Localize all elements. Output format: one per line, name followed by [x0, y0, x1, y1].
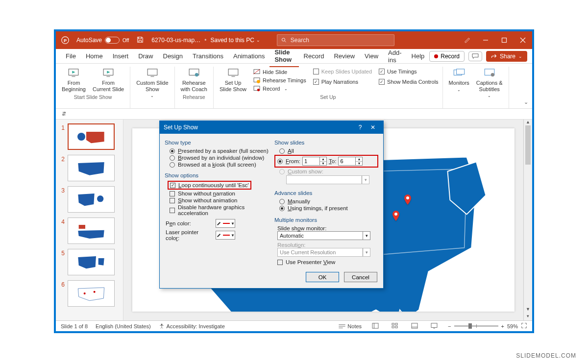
rehearse-timings-button[interactable]: Rehearse Timings	[253, 77, 306, 84]
accessibility-indicator[interactable]: Accessibility: Investigate	[159, 323, 225, 329]
rehearse-coach-button[interactable]: Rehearse with Coach	[179, 67, 209, 93]
scroll-thumb[interactable]	[525, 125, 531, 165]
show-media-controls-checkbox[interactable]: Show Media Controls	[379, 79, 439, 85]
search-input[interactable]	[291, 37, 390, 44]
tab-insert[interactable]: Insert	[108, 49, 134, 63]
laser-color-dropdown[interactable]: ▼	[216, 231, 235, 240]
close-button[interactable]	[514, 31, 532, 49]
svg-line-19	[253, 69, 260, 74]
zoom-in-button[interactable]: +	[501, 323, 504, 329]
dialog-help-button[interactable]: ?	[354, 124, 367, 131]
dialog-close-button[interactable]: ✕	[367, 124, 379, 131]
slideshow-view-button[interactable]	[428, 323, 440, 330]
record-menu-button[interactable]: Record⌄	[253, 85, 306, 92]
minimize-button[interactable]	[476, 31, 495, 49]
notes-button[interactable]: Notes	[339, 323, 362, 329]
svg-point-34	[406, 196, 409, 199]
qat-customize-button[interactable]: ⇵	[62, 111, 66, 117]
monitor-combo[interactable]: Automatic▾	[277, 231, 370, 240]
svg-point-2	[282, 38, 285, 41]
thumbnail-4[interactable]	[68, 218, 115, 244]
from-beginning-button[interactable]: From Beginning	[60, 67, 88, 93]
tab-home[interactable]: Home	[81, 49, 108, 63]
record-button[interactable]: Record	[429, 51, 465, 62]
status-bar: Slide 1 of 8 English (United States) Acc…	[56, 320, 532, 331]
zoom-percent[interactable]: 59%	[507, 323, 518, 329]
scroll-down-double[interactable]: ▾	[524, 314, 532, 320]
manually-radio[interactable]: Manually	[279, 198, 378, 204]
mic-icon[interactable]	[458, 31, 476, 49]
svg-rect-45	[395, 323, 397, 324]
show-type-label: Show type	[165, 140, 269, 146]
tab-view[interactable]: View	[360, 49, 383, 63]
search-box[interactable]	[277, 34, 394, 46]
zoom-slider[interactable]	[454, 325, 498, 327]
cancel-button[interactable]: Cancel	[344, 272, 377, 282]
slide-indicator[interactable]: Slide 1 of 8	[61, 323, 88, 329]
custom-slide-show-button[interactable]: Custom Slide Show ⌄	[134, 67, 170, 99]
to-label: To:	[329, 158, 336, 164]
show-slides-label: Show slides	[274, 140, 378, 146]
from-radio[interactable]: From:	[277, 158, 300, 164]
zoom-out-button[interactable]: −	[448, 323, 451, 329]
tab-animations[interactable]: Animations	[228, 49, 270, 63]
captions-button[interactable]: Captions & Subtitles ⌄	[474, 67, 505, 99]
language-indicator[interactable]: English (United States)	[96, 323, 151, 329]
comments-button[interactable]	[468, 51, 482, 61]
all-slides-radio[interactable]: All	[279, 148, 378, 154]
monitors-button[interactable]: Monitors ⌄	[447, 67, 471, 93]
from-current-button[interactable]: From Current Slide	[91, 67, 126, 93]
tab-draw[interactable]: Draw	[133, 49, 158, 63]
set-up-show-dialog: Set Up Show ? ✕ Show type Presented by a…	[159, 121, 384, 289]
thumbnail-6[interactable]	[68, 280, 115, 307]
from-spinner[interactable]: ▲▼	[302, 157, 327, 166]
tab-design[interactable]: Design	[158, 49, 188, 63]
collapse-ribbon-button[interactable]: ⌄	[524, 99, 528, 105]
pen-color-dropdown[interactable]: ▼	[216, 219, 235, 228]
disable-hw-checkbox[interactable]: Disable hardware graphics acceleration	[170, 204, 269, 216]
fit-to-window-button[interactable]	[521, 322, 527, 330]
to-spinner[interactable]: ▲▼	[338, 157, 363, 166]
loop-checkbox[interactable]: Loop continuously until 'Esc'	[170, 182, 249, 188]
sorter-view-button[interactable]	[389, 323, 401, 330]
presented-radio[interactable]: Presented by a speaker (full screen)	[170, 148, 269, 154]
maximize-button[interactable]	[495, 31, 514, 49]
browsed-individual-radio[interactable]: Browsed by an individual (window)	[170, 155, 269, 161]
hide-slide-button[interactable]: Hide Slide	[253, 69, 306, 75]
timings-radio[interactable]: Using timings, if present	[279, 205, 378, 211]
presenter-view-checkbox[interactable]: Use Presenter View	[277, 259, 378, 265]
tab-file[interactable]: File	[61, 49, 81, 63]
thumbnail-3[interactable]	[68, 186, 115, 213]
share-button[interactable]: Share ⌄	[486, 51, 527, 62]
browsed-kiosk-radio[interactable]: Browsed at a kiosk (full screen)	[170, 162, 269, 168]
thumbnail-1[interactable]	[68, 123, 115, 150]
save-icon[interactable]	[137, 36, 144, 45]
ok-button[interactable]: OK	[306, 272, 339, 282]
share-icon	[491, 53, 497, 59]
saved-to[interactable]: Saved to this PC⌄	[210, 37, 263, 44]
tab-transitions[interactable]: Transitions	[188, 49, 228, 63]
reading-view-button[interactable]	[409, 323, 420, 330]
vertical-scrollbar[interactable]: ▲ ▼ ▾	[523, 120, 532, 320]
show-options-label: Show options	[165, 172, 269, 178]
ribbon: From Beginning From Current Slide Start …	[56, 64, 532, 109]
autosave-toggle[interactable]	[105, 37, 120, 44]
svg-rect-12	[147, 69, 157, 75]
thumbnail-5[interactable]	[68, 249, 115, 275]
scroll-down-button[interactable]: ▼	[524, 307, 532, 314]
svg-point-27	[490, 73, 494, 76]
no-animation-checkbox[interactable]: Show without animation	[170, 197, 269, 203]
tab-review[interactable]: Review	[329, 49, 360, 63]
svg-point-23	[257, 89, 260, 91]
play-narrations-checkbox[interactable]: Play Narrations	[313, 79, 372, 85]
tab-record[interactable]: Record	[299, 49, 329, 63]
use-timings-checkbox[interactable]: Use Timings	[379, 69, 439, 74]
search-icon	[281, 37, 287, 43]
no-narration-checkbox[interactable]: Show without narration	[170, 191, 269, 196]
resolution-label: Resolution:	[277, 242, 378, 248]
normal-view-button[interactable]	[369, 323, 381, 330]
document-name[interactable]: 6270-03-us-map…	[151, 37, 200, 44]
set-up-slide-show-button[interactable]: Set Up Slide Show	[218, 67, 248, 93]
thumbnail-2[interactable]	[68, 155, 115, 181]
tab-help[interactable]: Help	[407, 49, 430, 63]
